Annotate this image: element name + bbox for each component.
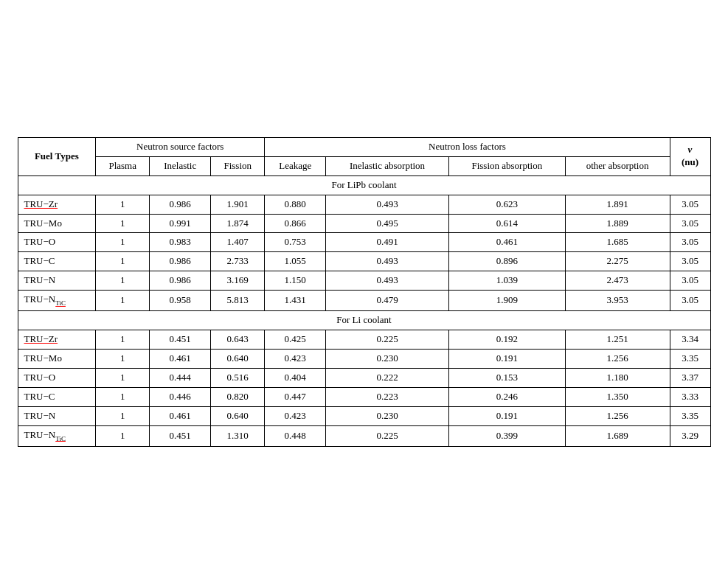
data-cell: 3.35 [670,350,710,369]
data-cell: 1 [96,233,150,252]
data-cell: 0.516 [211,369,265,388]
lipb-section-row: For LiPb coolant [18,175,710,195]
fuel-type-cell: TRU−Zr [18,330,96,350]
data-cell: 1.180 [565,369,670,388]
fuel-type-cell: TRU−O [18,369,96,388]
data-cell: 0.404 [265,369,326,388]
fuel-type-cell: TRU−C [18,387,96,406]
data-cell: 0.423 [265,350,326,369]
data-cell: 3.169 [211,271,265,291]
data-cell: 1 [96,291,150,311]
data-cell: 0.495 [326,214,449,233]
data-cell: 3.29 [670,425,710,446]
table-row: TRU−C10.9862.7331.0550.4930.8962.2753.05 [18,252,710,271]
data-cell: 0.230 [326,406,449,425]
data-cell: 0.451 [150,330,211,350]
table-row: TRU−Zr10.9861.9010.8800.4930.6231.8913.0… [18,195,710,214]
inelastic-src-header: Inelastic [150,156,211,175]
data-cell: 0.425 [265,330,326,350]
data-cell: 0.451 [150,425,211,446]
other-abs-header: other absorption [565,156,670,175]
data-cell: 0.493 [326,271,449,291]
data-cell: 1.256 [565,406,670,425]
data-cell: 1.685 [565,233,670,252]
neutron-loss-header: Neutron loss factors [265,137,670,156]
data-cell: 1.874 [211,214,265,233]
data-cell: 0.896 [449,252,566,271]
data-cell: 3.05 [670,233,710,252]
data-cell: 0.880 [265,195,326,214]
data-cell: 0.491 [326,233,449,252]
data-cell: 0.623 [449,195,566,214]
data-cell: 1.310 [211,425,265,446]
data-cell: 0.447 [265,387,326,406]
data-cell: 0.225 [326,330,449,350]
data-cell: 1 [96,387,150,406]
data-cell: 1.055 [265,252,326,271]
fuel-type-cell: TRU−Mo [18,214,96,233]
data-cell: 0.983 [150,233,211,252]
inelastic-abs-header: Inelastic absorption [326,156,449,175]
data-cell: 1.150 [265,271,326,291]
data-cell: 0.225 [326,425,449,446]
data-cell: 0.643 [211,330,265,350]
data-cell: 0.191 [449,350,566,369]
data-cell: 3.05 [670,291,710,311]
nu-header: ν(nu) [670,137,710,175]
data-cell: 1.251 [565,330,670,350]
data-cell: 0.493 [326,252,449,271]
li-header: For Li coolant [18,311,710,330]
data-cell: 0.986 [150,252,211,271]
data-cell: 3.34 [670,330,710,350]
data-cell: 1.256 [565,350,670,369]
data-cell: 0.986 [150,271,211,291]
data-cell: 3.953 [565,291,670,311]
data-cell: 1 [96,195,150,214]
fuel-type-cell: TRU−C [18,252,96,271]
leakage-header: Leakage [265,156,326,175]
fuel-types-header: Fuel Types [18,137,96,175]
data-cell: 0.461 [150,406,211,425]
data-cell: 0.640 [211,406,265,425]
data-cell: 1 [96,252,150,271]
data-cell: 0.866 [265,214,326,233]
table-row: TRU−NTiC10.9585.8131.4310.4791.9093.9533… [18,291,710,311]
data-cell: 0.958 [150,291,211,311]
data-cell: 1.689 [565,425,670,446]
table-row: TRU−O10.9831.4070.7530.4910.4611.6853.05 [18,233,710,252]
data-cell: 1 [96,425,150,446]
data-cell: 1.407 [211,233,265,252]
data-cell: 0.222 [326,369,449,388]
data-cell: 1 [96,214,150,233]
plasma-header: Plasma [96,156,150,175]
data-cell: 3.33 [670,387,710,406]
data-cell: 1 [96,406,150,425]
data-cell: 1.889 [565,214,670,233]
data-cell: 1.431 [265,291,326,311]
data-cell: 1 [96,350,150,369]
data-cell: 0.423 [265,406,326,425]
data-cell: 1.039 [449,271,566,291]
fission-src-header: Fission [211,156,265,175]
data-cell: 0.192 [449,330,566,350]
data-cell: 0.230 [326,350,449,369]
data-cell: 3.05 [670,195,710,214]
fuel-type-cell: TRU−NTiC [18,291,96,311]
data-cell: 3.05 [670,271,710,291]
data-cell: 0.223 [326,387,449,406]
fission-abs-header: Fission absorption [449,156,566,175]
table-row: TRU−N10.9863.1691.1500.4931.0392.4733.05 [18,271,710,291]
data-cell: 1 [96,369,150,388]
data-table: Fuel Types Neutron source factors Neutro… [18,137,711,447]
table-row: TRU−Mo10.9911.8740.8660.4950.6141.8893.0… [18,214,710,233]
data-cell: 0.640 [211,350,265,369]
data-cell: 0.153 [449,369,566,388]
data-cell: 0.991 [150,214,211,233]
data-cell: 2.733 [211,252,265,271]
data-cell: 2.275 [565,252,670,271]
data-cell: 0.614 [449,214,566,233]
data-cell: 0.246 [449,387,566,406]
data-cell: 0.820 [211,387,265,406]
data-cell: 0.493 [326,195,449,214]
data-cell: 0.461 [449,233,566,252]
